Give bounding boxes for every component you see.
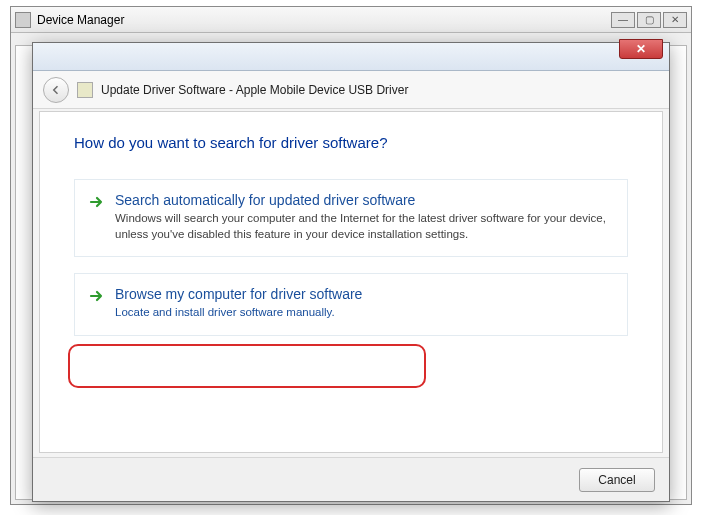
option-search-automatically[interactable]: Search automatically for updated driver … <box>74 179 628 257</box>
back-button[interactable] <box>43 77 69 103</box>
dialog-nav: Update Driver Software - Apple Mobile De… <box>33 71 669 109</box>
dialog-footer: Cancel <box>33 457 669 501</box>
cancel-button[interactable]: Cancel <box>579 468 655 492</box>
dialog-heading: How do you want to search for driver sof… <box>74 134 628 151</box>
dialog-titlebar: ✕ <box>33 43 669 71</box>
close-button[interactable]: ✕ <box>663 12 687 28</box>
device-manager-titlebar: Device Manager — ▢ ✕ <box>11 7 691 33</box>
option-browse-computer[interactable]: Browse my computer for driver software L… <box>74 273 628 336</box>
option-title: Search automatically for updated driver … <box>115 192 613 208</box>
device-manager-icon <box>15 12 31 28</box>
dialog-content: How do you want to search for driver sof… <box>39 111 663 453</box>
arrow-left-icon <box>50 84 62 96</box>
close-icon: ✕ <box>636 42 646 56</box>
arrow-right-icon <box>89 288 105 304</box>
driver-icon <box>77 82 93 98</box>
maximize-button[interactable]: ▢ <box>637 12 661 28</box>
arrow-right-icon <box>89 194 105 210</box>
device-manager-title: Device Manager <box>37 13 611 27</box>
update-driver-dialog: ✕ Update Driver Software - Apple Mobile … <box>32 42 670 502</box>
window-controls: — ▢ ✕ <box>611 12 687 28</box>
option-body: Browse my computer for driver software L… <box>115 286 613 321</box>
dialog-nav-title: Update Driver Software - Apple Mobile De… <box>101 83 408 97</box>
option-title: Browse my computer for driver software <box>115 286 613 302</box>
dialog-close-button[interactable]: ✕ <box>619 39 663 59</box>
option-body: Search automatically for updated driver … <box>115 192 613 242</box>
option-desc: Locate and install driver software manua… <box>115 305 613 321</box>
option-desc: Windows will search your computer and th… <box>115 211 613 242</box>
minimize-button[interactable]: — <box>611 12 635 28</box>
highlight-ring <box>68 344 426 388</box>
